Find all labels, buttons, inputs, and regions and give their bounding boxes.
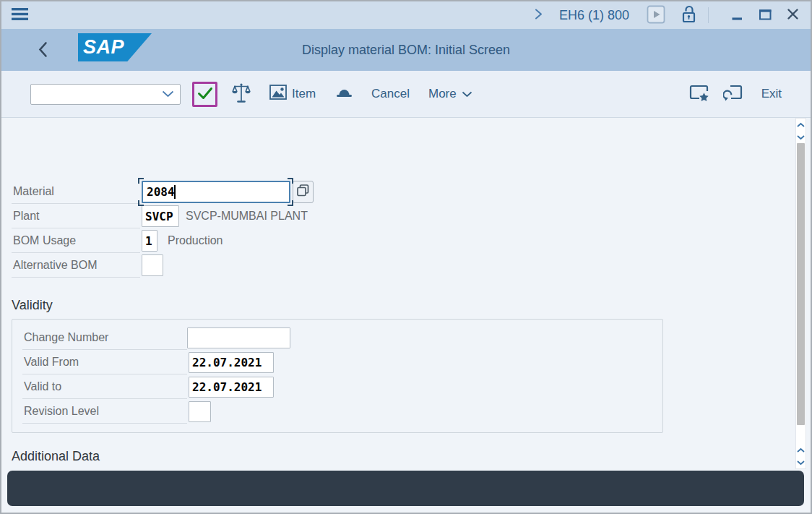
lock-open-icon (681, 4, 696, 26)
form-area: Material Plant SVCP-MUMBAI PLANT (1, 118, 795, 469)
title-bar: SAP Display material BOM: Initial Screen (1, 29, 811, 71)
multiple-values-button[interactable] (293, 181, 314, 203)
cancel-button[interactable]: Cancel (371, 87, 410, 101)
session-id-text: EH6 (1) 800 (559, 8, 629, 23)
bowler-hat-icon (336, 87, 353, 100)
content-area: Material Plant SVCP-MUMBAI PLANT (1, 118, 811, 469)
more-button[interactable]: More (428, 87, 472, 101)
scroll-up-button-bottom[interactable] (796, 444, 805, 456)
minimize-button[interactable] (727, 7, 747, 25)
bottom-filler (1, 506, 811, 513)
menu-button[interactable] (9, 6, 31, 25)
chevron-down-icon (796, 132, 805, 142)
material-input[interactable] (142, 181, 290, 203)
field-row-alternative-bom: Alternative BOM (12, 253, 795, 278)
checkmark-icon (197, 87, 213, 102)
exit-button-label: Exit (761, 87, 782, 101)
status-bar (7, 471, 804, 506)
field-row-revision-level: Revision Level (22, 399, 662, 424)
field-row-bom-usage: BOM Usage Production (12, 228, 795, 253)
chevron-down-icon (796, 457, 805, 468)
validity-group-box: Change Number Valid From Valid to Revisi… (12, 319, 663, 433)
image-icon (269, 85, 287, 103)
new-session-button[interactable] (723, 84, 743, 104)
alternative-bom-label: Alternative BOM (12, 253, 140, 278)
scroll-up-button[interactable] (796, 119, 805, 131)
chevron-down-icon (462, 87, 472, 101)
bom-usage-description: Production (168, 234, 223, 247)
change-number-label: Change Number (22, 325, 187, 350)
valid-to-label: Valid to (22, 374, 187, 399)
chevron-down-icon[interactable] (162, 87, 174, 100)
additional-data-heading: Additional Data (12, 449, 795, 464)
cancel-button-label: Cancel (371, 87, 410, 101)
scroll-down-button-bottom[interactable] (796, 456, 805, 468)
field-row-valid-to: Valid to (22, 374, 662, 399)
scales-icon (232, 82, 251, 106)
valid-from-label: Valid From (22, 350, 187, 374)
more-button-label: More (428, 87, 457, 101)
chevron-up-icon (796, 119, 805, 130)
maximize-icon (759, 8, 772, 23)
close-icon (787, 8, 799, 22)
alternative-bom-input[interactable] (142, 254, 163, 276)
copy-icon (296, 184, 310, 200)
gui-services-button[interactable] (644, 4, 668, 27)
page-title: Display material BOM: Initial Screen (1, 43, 811, 58)
field-row-plant: Plant SVCP-MUMBAI PLANT (12, 204, 795, 228)
revision-level-label: Revision Level (22, 399, 187, 424)
plant-label: Plant (12, 204, 140, 228)
minimize-icon (730, 8, 744, 23)
validity-heading: Validity (12, 298, 795, 313)
close-button[interactable] (784, 7, 802, 24)
sysbar-right-group: EH6 (1) 800 (530, 3, 802, 27)
bom-usage-label: BOM Usage (12, 228, 140, 253)
chevron-right-icon (533, 7, 543, 23)
plant-description: SVCP-MUMBAI PLANT (186, 210, 308, 223)
field-row-change-number: Change Number (22, 325, 662, 350)
scroll-down-button[interactable] (796, 131, 805, 143)
revision-level-input[interactable] (189, 401, 211, 422)
text-caret (174, 185, 176, 199)
sap-gui-window: EH6 (1) 800 (0, 0, 812, 514)
system-bar: EH6 (1) 800 (1, 1, 811, 29)
item-button[interactable]: Item (269, 85, 316, 103)
app-toolbar: Item Cancel More Exit (1, 71, 811, 118)
enter-button[interactable] (192, 82, 217, 107)
valid-to-input[interactable] (189, 377, 274, 398)
valid-from-input[interactable] (189, 352, 274, 373)
item-button-label: Item (292, 87, 316, 101)
create-shortcut-button[interactable] (689, 84, 709, 104)
change-number-input[interactable] (187, 327, 290, 348)
sysbar-divider (708, 7, 709, 23)
hat-button[interactable] (336, 87, 353, 100)
compare-button[interactable] (232, 82, 251, 106)
exit-button[interactable]: Exit (761, 87, 782, 101)
vertical-scrollbar[interactable] (795, 118, 806, 469)
scrollbar-track[interactable] (796, 425, 805, 444)
plant-input[interactable] (142, 205, 179, 227)
scrollbar-thumb[interactable] (797, 143, 805, 425)
maximize-button[interactable] (756, 7, 775, 25)
material-label: Material (12, 179, 140, 204)
expand-menu-button[interactable] (530, 6, 546, 25)
boxed-play-icon (647, 5, 665, 26)
material-field-wrap (142, 181, 314, 203)
window-arrow-icon (723, 84, 743, 104)
field-row-valid-from: Valid From (22, 350, 662, 374)
security-button[interactable] (678, 3, 699, 27)
window-star-icon (689, 84, 709, 104)
field-row-material: Material (12, 179, 795, 204)
chevron-up-icon (796, 445, 805, 455)
bom-usage-input[interactable] (142, 230, 157, 252)
hamburger-icon (12, 7, 28, 23)
command-combobox[interactable] (30, 84, 181, 105)
command-input[interactable] (37, 88, 162, 100)
